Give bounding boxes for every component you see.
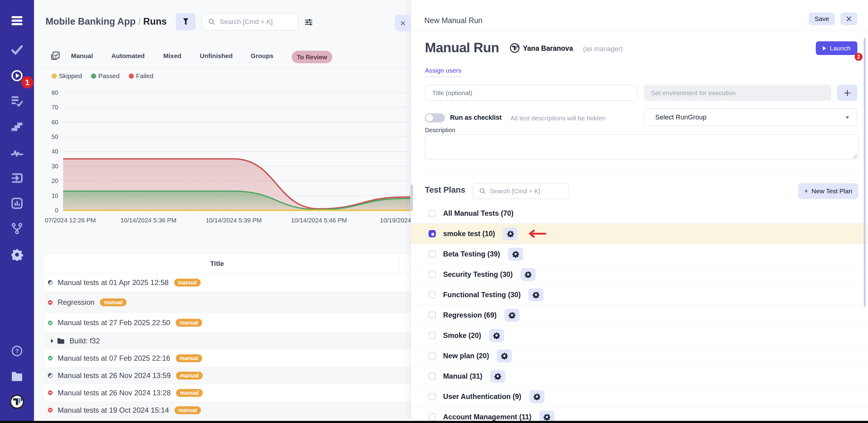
svg-text:07/2024 12:26 PM: 07/2024 12:26 PM <box>45 217 96 224</box>
svg-text:10/19/2024 9:05 AM: 10/19/2024 9:05 AM <box>380 217 411 224</box>
svg-text:60: 60 <box>52 119 58 125</box>
svg-text:40: 40 <box>52 148 58 155</box>
svg-text:30: 30 <box>52 163 58 170</box>
svg-text:50: 50 <box>52 133 58 140</box>
svg-text:20: 20 <box>52 177 58 184</box>
svg-text:0: 0 <box>55 207 58 214</box>
svg-text:10/14/2024 5:46 PM: 10/14/2024 5:46 PM <box>291 217 347 224</box>
svg-text:70: 70 <box>52 104 58 111</box>
svg-text:10/14/2024 5:39 PM: 10/14/2024 5:39 PM <box>206 217 262 224</box>
svg-text:10: 10 <box>52 192 58 199</box>
svg-text:80: 80 <box>52 89 58 96</box>
svg-text:10/14/2024 5:36 PM: 10/14/2024 5:36 PM <box>121 217 177 224</box>
svg-text:?: ? <box>15 348 19 354</box>
